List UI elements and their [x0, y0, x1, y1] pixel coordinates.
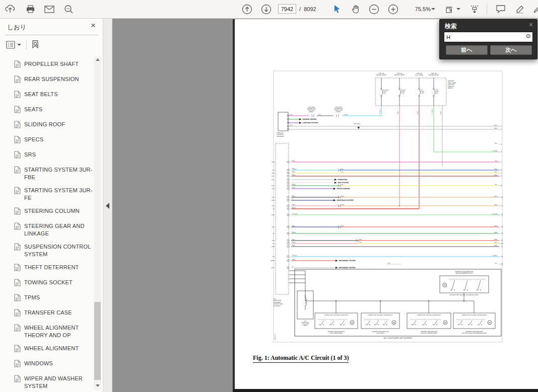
svg-text:S5-1: S5-1 [272, 179, 275, 181]
svg-text:1: 1 [501, 125, 502, 127]
svg-text:PNK: PNK [397, 111, 399, 114]
collapse-panel-icon[interactable] [106, 203, 109, 209]
bookmark-page-icon [14, 360, 21, 369]
svg-text:HOT INON OR START: HOT INON OR START [429, 72, 439, 76]
bookmark-item[interactable]: STEERING GEAR AND LINKAGE [14, 222, 93, 238]
search-close-icon[interactable]: × [529, 21, 533, 29]
bookmark-item[interactable]: PROPELLER SHAFT [14, 60, 93, 70]
bookmark-item[interactable]: TRANSFER CASE [14, 309, 93, 319]
comment-icon[interactable] [494, 2, 508, 16]
search-previous-button[interactable]: 前へ [446, 45, 488, 55]
select-tool-icon[interactable] [330, 2, 344, 16]
svg-text:YEL: YEL [359, 242, 362, 244]
bookmark-label: STEERING COLUMN [24, 207, 93, 215]
search-tool-icon[interactable] [61, 2, 76, 16]
page-number-input[interactable] [278, 4, 296, 14]
bookmark-item[interactable]: SEATS [14, 106, 93, 115]
svg-text:2: 2 [501, 128, 502, 130]
bookmark-item[interactable]: SRS [14, 151, 93, 161]
svg-text:4: 4 [501, 151, 502, 153]
svg-text:CONNECTOR HOUSING COLOR(GREEN): CONNECTOR HOUSING COLOR(GREEN) [461, 315, 487, 316]
pen-icon[interactable] [530, 2, 538, 16]
sidebar-scrollbar-thumb[interactable] [94, 302, 101, 380]
svg-text:15: 15 [501, 240, 503, 242]
svg-text:M: M [444, 322, 446, 324]
svg-text:WHT: WHT [494, 124, 497, 126]
svg-text:SOLAR SENSOR: SOLAR SENSOR [337, 188, 351, 190]
svg-text:M: M [393, 322, 395, 324]
svg-text:VIO: VIO [387, 262, 390, 264]
svg-text:HOT INON OR START: HOT INON OR START [376, 72, 386, 76]
svg-text:IG: IG [273, 208, 275, 210]
scroll-up-icon[interactable] [96, 58, 100, 61]
bookmark-item[interactable]: THEFT DETERRENT [14, 264, 93, 273]
bookmark-item[interactable]: SPECS [14, 136, 93, 145]
svg-text:TAM: TAM [271, 161, 275, 163]
hand-tool-icon[interactable] [349, 2, 363, 16]
previous-page-button[interactable] [240, 2, 254, 16]
print-icon[interactable] [23, 2, 37, 16]
svg-text:RED: RED [494, 239, 498, 241]
email-icon[interactable] [42, 2, 56, 16]
bookmark-item[interactable]: WIPER AND WASHER SYSTEM [14, 375, 93, 390]
bookmarks-toolbar [6, 38, 44, 51]
bookmark-item[interactable]: WHEEL ALIGNMENT THEORY AND OP [14, 324, 93, 339]
svg-text:JUNCTIONCONNECTOR(LEFT KICKPAN: JUNCTIONCONNECTOR(LEFT KICKPANEL) [307, 106, 315, 113]
bookmark-item[interactable]: SUSPENSION CONTROL SYSTEM [14, 243, 93, 258]
toolbar: / 8092 75.5% [0, 0, 538, 19]
panel-splitter[interactable] [103, 18, 112, 392]
search-options-gear-icon[interactable]: ⚙ [525, 33, 531, 40]
zoom-out-button[interactable] [367, 2, 381, 16]
highlighter-icon[interactable] [513, 2, 527, 16]
svg-text:BLK: BLK [318, 114, 321, 116]
svg-text:10: 10 [501, 196, 503, 198]
bookmark-item[interactable]: STARTING SYSTEM 3UR-FBE [14, 166, 93, 181]
bookmark-item[interactable]: WINDOWS [14, 360, 93, 369]
bookmark-page-icon [14, 294, 21, 303]
scroll-mode-icon[interactable] [467, 2, 482, 16]
share-cloud-icon[interactable] [3, 2, 17, 16]
bookmark-page-icon [14, 166, 21, 176]
bookmark-label: SUSPENSION CONTROL SYSTEM [24, 243, 93, 258]
bookmarks-close-icon[interactable]: × [91, 21, 96, 30]
svg-text:WHT: WHT [290, 124, 293, 126]
page-fit-caret-icon[interactable] [455, 2, 462, 16]
bookmark-page-icon [14, 60, 21, 70]
search-input[interactable] [444, 32, 532, 42]
svg-text:CONNECTOR HOUSING COLOR(BLACK): CONNECTOR HOUSING COLOR(BLACK) [368, 315, 393, 316]
bookmark-page-icon [14, 279, 21, 288]
search-dialog: 検索 × ⚙ 前へ 次へ [439, 19, 537, 59]
search-next-button[interactable]: 次へ [490, 45, 532, 55]
zoom-dropdown-caret-icon[interactable] [429, 2, 437, 16]
find-current-bookmark-icon[interactable] [31, 40, 40, 50]
bookmark-item[interactable]: STARTING SYSTEM 3UR-FE [14, 187, 93, 202]
svg-text:BLW: BLW [272, 214, 275, 216]
svg-text:LT GRN: LT GRN [431, 109, 433, 114]
svg-text:COMPUTER: COMPUTER [338, 179, 348, 181]
bookmark-page-icon [14, 187, 21, 196]
document-view[interactable]: DRIVER/PASS SIDEJ/B (LEFTSIDE OFDASH)HOT… [112, 18, 538, 392]
scroll-down-icon[interactable] [96, 384, 100, 387]
svg-text:M: M [351, 322, 353, 324]
svg-text:RED: RED [417, 111, 419, 114]
svg-text:10: 10 [292, 245, 294, 246]
bookmark-item[interactable]: REAR SUSPENSION [14, 75, 93, 85]
bookmark-item[interactable]: WHEEL ALIGNMENT [14, 345, 93, 354]
bookmark-item[interactable]: TOWING SOCKET [14, 279, 93, 288]
svg-text:16: 16 [292, 184, 294, 185]
zoom-in-button[interactable] [386, 2, 400, 16]
bookmark-item[interactable]: SEAT BELTS [14, 91, 93, 100]
svg-text:5: 5 [501, 161, 502, 163]
bookmark-label: SEATS [24, 106, 93, 113]
svg-text:LIN: LIN [273, 256, 275, 258]
bookmark-label: SEAT BELTS [24, 91, 93, 98]
zoom-level[interactable]: 75.5% [411, 6, 431, 12]
bookmark-item[interactable]: TPMS [14, 294, 93, 303]
svg-text:DEFOGGER SYSTEM: DEFOGGER SYSTEM [339, 260, 356, 262]
bookmark-item[interactable]: STEERING COLUMN [14, 207, 93, 217]
next-page-button[interactable] [259, 2, 273, 16]
search-input-wrap: ⚙ [444, 32, 533, 42]
bookmark-item[interactable]: SLIDING ROOF [14, 121, 93, 130]
svg-text:ECU-BFUSE7.5A: ECU-BFUSE7.5A [401, 89, 406, 94]
bookmark-options-icon[interactable] [6, 41, 21, 49]
